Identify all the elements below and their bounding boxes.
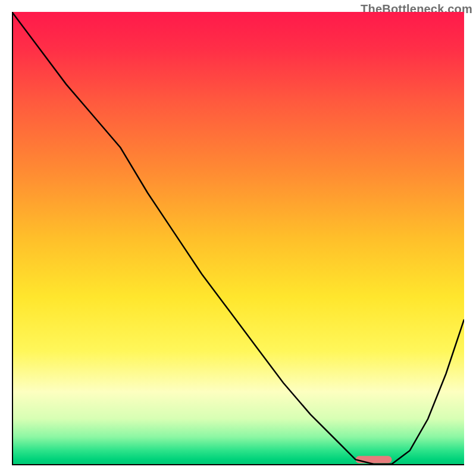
plot-svg [12, 12, 464, 464]
bottleneck-chart: TheBottleneck.com [0, 0, 476, 476]
x-axis [12, 464, 464, 465]
optimal-range-marker [356, 456, 392, 463]
plot-area [12, 12, 464, 464]
y-axis [12, 12, 13, 464]
gradient-background [12, 12, 464, 464]
